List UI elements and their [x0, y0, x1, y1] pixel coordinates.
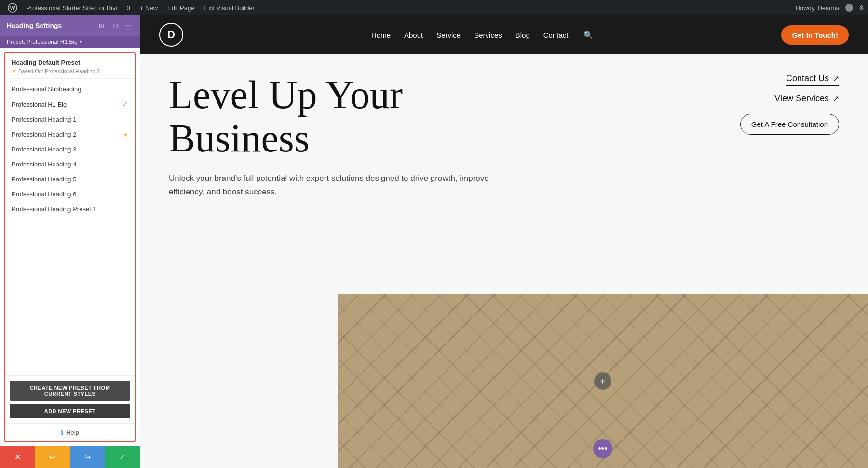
- site-logo: D: [159, 23, 183, 47]
- website-preview: D Home About Service Services Blog Conta…: [140, 15, 868, 468]
- help-section: ℹ Help: [5, 423, 135, 441]
- nav-links: Home About Service Services Blog Contact…: [371, 30, 594, 40]
- heading-settings-panel: Heading Settings ⊞ ⊟ ⋯ Preset: Professio…: [0, 15, 140, 446]
- save-button[interactable]: ✓: [105, 446, 140, 468]
- nav-contact[interactable]: Contact: [543, 31, 569, 39]
- preset-item-label: Professional Heading 4: [12, 161, 76, 168]
- hero-image: + •••: [338, 294, 868, 468]
- preset-active-check-icon: ✓: [122, 100, 128, 108]
- preset-list-item[interactable]: Professional Heading Preset 1: [5, 202, 135, 217]
- nav-blog[interactable]: Blog: [515, 31, 530, 39]
- nav-about[interactable]: About: [404, 31, 423, 39]
- preset-item-label: Professional Heading 5: [12, 176, 76, 183]
- based-on-text: Based On: Professional Heading 2: [18, 69, 100, 74]
- more-options-button[interactable]: •••: [593, 439, 612, 458]
- screen-options[interactable]: ⚙: [859, 4, 864, 11]
- plus-icon: +: [600, 376, 606, 387]
- contact-us-link[interactable]: Contact Us ↗: [786, 73, 839, 86]
- nav-services[interactable]: Services: [474, 31, 502, 39]
- preset-list-item[interactable]: Professional Heading 2★: [5, 127, 135, 142]
- preset-item-label: Professional Subheading: [12, 85, 81, 93]
- preset-list-item[interactable]: Professional Heading 3: [5, 142, 135, 157]
- wp-logo[interactable]: W: [4, 0, 21, 15]
- preset-list-item[interactable]: Professional H1 Big✓: [5, 96, 135, 112]
- search-icon[interactable]: 🔍: [583, 30, 593, 40]
- admin-new[interactable]: + New: [135, 0, 163, 15]
- panel-expand-icon[interactable]: ⊞: [97, 21, 106, 30]
- create-preset-button[interactable]: CREATE NEW PRESET FROM CURRENT STYLES: [10, 381, 130, 401]
- undo-button[interactable]: ↩: [35, 446, 70, 468]
- user-avatar: [845, 4, 853, 12]
- wp-admin-bar: W Professional Starter Site For Divi 0 +…: [0, 0, 868, 15]
- preset-item-label: Professional Heading 3: [12, 146, 76, 153]
- redo-icon: ↪: [84, 453, 91, 462]
- preset-list-item[interactable]: Professional Subheading: [5, 82, 135, 96]
- bottom-toolbar: ✕ ↩ ↪ ✓: [0, 446, 140, 468]
- based-on-section: ★ Based On: Professional Heading 2: [12, 68, 128, 74]
- cancel-icon: ✕: [14, 453, 21, 462]
- hero-heading: Level Up Your Business: [169, 73, 694, 160]
- panel-title: Heading Settings: [7, 22, 62, 29]
- hero-subtext: Unlock your brand's full potential with …: [169, 172, 497, 198]
- presets-dropdown: Heading Default Preset ★ Based On: Profe…: [4, 52, 136, 442]
- help-link[interactable]: Help: [66, 429, 79, 436]
- nav-service[interactable]: Service: [436, 31, 461, 39]
- preset-item-label: Professional H1 Big: [12, 101, 67, 108]
- nav-cta-button[interactable]: Get In Touch!: [781, 25, 849, 45]
- add-content-button[interactable]: +: [594, 372, 611, 390]
- save-icon: ✓: [119, 453, 125, 462]
- preset-label-bar[interactable]: Preset: Professional H1 Big ▾: [0, 36, 140, 48]
- left-panel: Heading Settings ⊞ ⊟ ⋯ Preset: Professio…: [0, 15, 140, 468]
- admin-edit-page[interactable]: Edit Page: [163, 0, 199, 15]
- services-arrow-icon: ↗: [833, 94, 839, 103]
- site-nav: D Home About Service Services Blog Conta…: [140, 15, 868, 54]
- add-preset-button[interactable]: ADD NEW PRESET: [10, 404, 130, 418]
- panel-title-bar: Heading Settings ⊞ ⊟ ⋯: [0, 15, 140, 36]
- more-icon: •••: [598, 444, 608, 454]
- undo-icon: ↩: [49, 453, 55, 462]
- preset-list: Professional SubheadingProfessional H1 B…: [5, 79, 135, 375]
- svg-text:W: W: [10, 5, 15, 12]
- redo-button[interactable]: ↪: [70, 446, 105, 468]
- hero-section: Level Up Your Business Unlock your brand…: [140, 54, 868, 468]
- based-on-star-icon: ★: [12, 68, 16, 74]
- preset-chevron-icon: ▾: [80, 40, 82, 45]
- preset-list-item[interactable]: Professional Heading 6: [5, 187, 135, 202]
- help-circle-icon: ℹ: [61, 428, 63, 436]
- preset-starred-icon: ★: [123, 131, 128, 138]
- heading-default-preset-section: Heading Default Preset ★ Based On: Profe…: [5, 53, 135, 79]
- preset-list-item[interactable]: Professional Heading 1: [5, 112, 135, 127]
- preset-item-label: Professional Heading 6: [12, 191, 76, 198]
- preset-list-item[interactable]: Professional Heading 5: [5, 172, 135, 187]
- admin-site-name[interactable]: Professional Starter Site For Divi: [21, 0, 122, 15]
- panel-stack-icon[interactable]: ⊟: [111, 21, 120, 30]
- preset-list-item[interactable]: Professional Heading 4: [5, 157, 135, 172]
- preset-item-label: Professional Heading Preset 1: [12, 206, 96, 213]
- consultation-button[interactable]: Get A Free Consultation: [740, 114, 839, 135]
- admin-bar-right: Howdy, Deanna ⚙: [795, 4, 864, 12]
- view-services-link[interactable]: View Services ↗: [774, 94, 839, 106]
- howdy-label: Howdy, Deanna: [795, 4, 840, 12]
- preset-item-label: Professional Heading 2: [12, 131, 76, 138]
- admin-exit-builder[interactable]: Exit Visual Builder: [199, 0, 259, 15]
- heading-default-preset-title: Heading Default Preset: [12, 59, 128, 66]
- panel-title-icons: ⊞ ⊟ ⋯: [97, 21, 133, 30]
- cancel-button[interactable]: ✕: [0, 446, 35, 468]
- contact-arrow-icon: ↗: [833, 74, 839, 83]
- presets-buttons: CREATE NEW PRESET FROM CURRENT STYLES AD…: [5, 375, 135, 423]
- panel-more-icon[interactable]: ⋯: [124, 21, 133, 30]
- preset-label-text: Preset: Professional H1 Big: [7, 39, 78, 45]
- admin-comments[interactable]: 0: [122, 0, 135, 15]
- nav-home[interactable]: Home: [371, 31, 391, 39]
- preset-item-label: Professional Heading 1: [12, 116, 76, 123]
